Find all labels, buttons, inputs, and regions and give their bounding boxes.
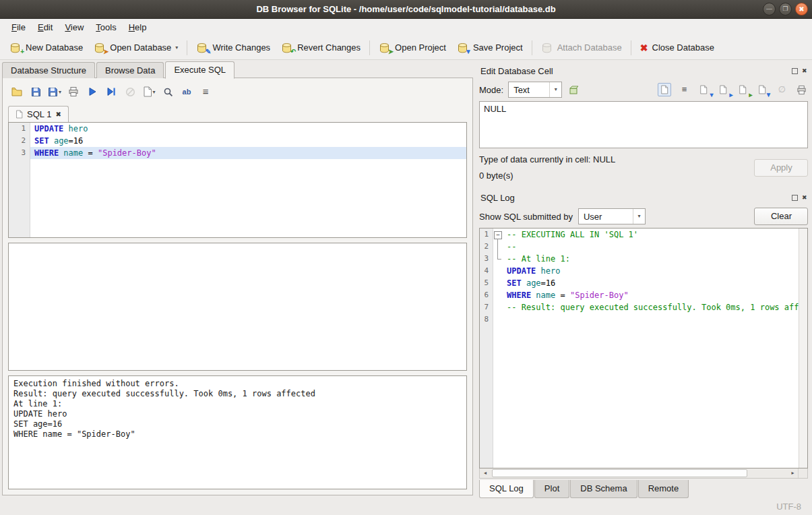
maximize-icon[interactable]: ❐ — [779, 3, 792, 16]
arrow-down-icon: ▼ — [766, 92, 772, 98]
close-database-icon: ✖ — [640, 42, 648, 53]
menu-help[interactable]: Help — [123, 20, 153, 34]
save-sql-as-button[interactable]: ▾ — [46, 84, 63, 100]
find-button[interactable] — [159, 84, 177, 100]
revert-changes-icon: ↶ — [281, 42, 293, 53]
save-sql-file-button[interactable] — [27, 84, 44, 100]
scrollbar-corner — [798, 468, 807, 478]
cell-value-editor[interactable]: NULL — [479, 101, 808, 148]
open-project-button[interactable]: ➤ Open Project — [373, 40, 451, 56]
export-results-button[interactable]: ▾ — [140, 84, 158, 100]
open-database-icon: ➤ — [94, 42, 106, 53]
menu-edit[interactable]: Edit — [32, 20, 59, 34]
close-window-icon[interactable]: ✖ — [795, 3, 808, 16]
scroll-left-icon[interactable]: ◂ — [480, 468, 491, 478]
print-sql-button[interactable] — [65, 84, 82, 100]
fold-column — [493, 289, 503, 301]
tab-sql-log[interactable]: SQL Log — [479, 480, 534, 498]
code-line: 1UPDATE hero — [9, 123, 466, 135]
button-label: Save Project — [473, 42, 523, 53]
scrollbar-track[interactable] — [491, 468, 787, 478]
word-wrap-button[interactable]: ≡ — [677, 83, 691, 96]
tab-plot[interactable]: Plot — [534, 480, 569, 498]
menu-tools[interactable]: Tools — [90, 20, 122, 34]
folder-icon — [11, 87, 22, 96]
cell-mode-row: Mode: Text ▾ ≡ ▾ — [479, 78, 808, 101]
code-line: 1-- EXECUTING ALL IN 'SQL 1' — [480, 229, 799, 241]
scrollbar-thumb[interactable] — [492, 469, 747, 477]
open-in-external-button[interactable] — [567, 83, 580, 96]
button-label: Attach Database — [557, 42, 622, 53]
vertical-scrollbar[interactable] — [799, 229, 807, 468]
dock-tab-bar: SQL Log Plot DB Schema Remote — [479, 479, 808, 498]
fold-marker-icon — [493, 253, 503, 265]
scroll-right-icon[interactable]: ▸ — [787, 468, 798, 478]
tab-execute-sql[interactable]: Execute SQL — [165, 61, 235, 79]
text-mode-button[interactable] — [658, 83, 671, 96]
arrow-right-icon: ▸ — [729, 92, 732, 98]
tab-database-structure[interactable]: Database Structure — [2, 62, 95, 78]
chevron-down-icon: ▾ — [59, 89, 61, 95]
mode-select[interactable]: Text ▾ — [508, 82, 562, 98]
window-controls: — ❐ ✖ — [763, 3, 808, 16]
stop-execution-button — [121, 84, 139, 100]
clear-log-button[interactable]: Clear — [754, 208, 808, 225]
import-data-button[interactable]: ▾ — [697, 83, 710, 96]
tab-remote[interactable]: Remote — [638, 480, 689, 498]
sql-tab-1[interactable]: SQL 1 ✖ — [8, 106, 69, 122]
copy-cell-button[interactable]: ▼ — [755, 83, 769, 96]
printer-icon — [68, 86, 79, 97]
revert-changes-button[interactable]: ↶ Revert Changes — [276, 40, 366, 56]
tab-db-schema[interactable]: DB Schema — [570, 480, 637, 498]
open-sql-file-button[interactable] — [8, 84, 26, 100]
toolbar-separator — [187, 40, 187, 55]
fold-column — [493, 277, 503, 289]
fold-marker-icon — [493, 241, 503, 253]
encoding-indicator[interactable]: UTF-8 — [776, 502, 801, 512]
save-project-button[interactable]: ▼ Save Project — [451, 40, 528, 56]
document-icon — [739, 85, 747, 94]
results-grid[interactable] — [8, 243, 467, 371]
export-data-button[interactable]: ▸ — [716, 83, 730, 96]
minimize-icon[interactable]: — — [763, 3, 776, 16]
fold-column — [493, 265, 503, 277]
floppy-edit-icon — [48, 87, 58, 97]
open-database-button[interactable]: ➤ Open Database ▾ — [88, 40, 183, 56]
close-dock-icon[interactable]: ✖ — [802, 67, 807, 74]
find-replace-button[interactable]: ab — [178, 84, 195, 100]
cell-info: Type of data currently in cell: NULL 0 b… — [479, 148, 808, 190]
fold-marker-icon[interactable] — [493, 229, 503, 241]
horizontal-scrollbar[interactable]: ◂ ▸ — [479, 468, 808, 479]
tab-browse-data[interactable]: Browse Data — [96, 62, 164, 78]
sql-log-controls: Show SQL submitted by User ▾ Clear — [479, 205, 808, 228]
null-icon: ∅ — [778, 85, 786, 94]
sql-log-area: 1-- EXECUTING ALL IN 'SQL 1'2--3-- At li… — [479, 228, 808, 468]
code-line: 5SET age=16 — [480, 277, 799, 289]
menu-view[interactable]: View — [59, 20, 90, 34]
menu-file[interactable]: File — [5, 20, 32, 34]
sql-log-view[interactable]: 1-- EXECUTING ALL IN 'SQL 1'2--3-- At li… — [480, 229, 799, 468]
log-filter-label: Show SQL submitted by — [479, 212, 573, 222]
float-dock-icon[interactable] — [792, 68, 798, 74]
chevron-down-icon: ▾ — [633, 209, 645, 224]
chevron-down-icon: ▾ — [549, 82, 561, 97]
magnifier-icon — [163, 87, 173, 97]
format-sql-button[interactable]: ≡ — [197, 84, 214, 100]
close-dock-icon[interactable]: ✖ — [802, 194, 807, 201]
execute-all-button[interactable] — [84, 84, 101, 100]
float-dock-icon[interactable] — [792, 195, 798, 201]
fold-column — [493, 301, 503, 313]
close-database-button[interactable]: ✖ Close Database — [635, 40, 720, 56]
print-cell-button[interactable] — [794, 83, 808, 96]
close-tab-icon[interactable]: ✖ — [55, 111, 61, 118]
execute-current-line-button[interactable] — [102, 84, 120, 100]
edit-cell-header: Edit Database Cell ✖ — [479, 63, 808, 78]
message-line: Result: query executed successfully. Too… — [13, 389, 462, 399]
new-database-button[interactable]: + New Database — [4, 40, 88, 56]
write-changes-button[interactable]: ✎ Write Changes — [191, 40, 276, 56]
sql-editor[interactable]: 1UPDATE hero2SET age=163WHERE name = "Sp… — [8, 122, 467, 238]
save-as-file-button[interactable]: ▸ — [736, 83, 749, 96]
replace-icon: ab — [183, 87, 191, 96]
chevron-down-icon[interactable]: ▾ — [175, 44, 178, 51]
log-filter-select[interactable]: User ▾ — [578, 208, 646, 224]
